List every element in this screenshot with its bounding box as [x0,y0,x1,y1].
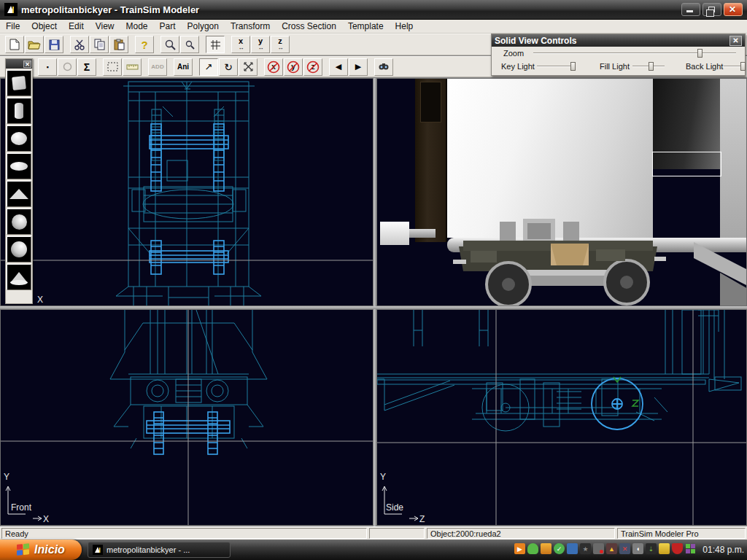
viewport-3d-solid[interactable] [376,78,747,306]
shape-faceted-sphere-button[interactable] [7,236,31,262]
picture-viewer-tray-icon[interactable] [541,543,551,554]
svc-close-button[interactable]: ✕ [729,36,742,46]
updates-tray-icon[interactable]: ⇣ [646,543,657,554]
device-error-tray-icon[interactable] [593,543,604,554]
zoom-in-button[interactable] [160,36,179,53]
shape-disc-button[interactable] [7,153,31,179]
close-button[interactable]: ✕ [724,3,743,16]
shape-box-button[interactable] [7,70,31,96]
antivirus-ok-tray-icon[interactable]: ✓ [554,543,565,554]
menu-bar: File Object Edit View Mode Part Polygon … [0,20,747,34]
axis-z-button[interactable]: z↔ [271,36,290,53]
messenger-tray-icon[interactable] [527,543,538,554]
solid-view-controls-panel: Solid View Controls ✕ Zoom Key Light Fil… [491,34,746,76]
menu-transform[interactable]: Transform [225,20,276,33]
taskbar-item-trainsim[interactable]: metropolitanbickyer - ... [88,542,231,558]
zoom-slider-label: Zoom [503,49,524,58]
lock-x-button[interactable]: x [264,58,283,76]
zoom-out-button[interactable] [180,36,199,53]
menu-help[interactable]: Help [390,20,419,33]
start-button[interactable]: Inicio [0,540,82,560]
add-button[interactable]: ADD [148,58,167,76]
axis-x-button[interactable]: x↔ [231,36,250,53]
menu-view[interactable]: View [90,20,120,33]
key-light-slider[interactable] [537,61,572,71]
sigma-tool-button[interactable]: Σ [77,58,96,76]
shape-cone-button[interactable] [7,264,31,290]
move-tool-button[interactable]: ↗ [199,58,218,76]
shape-pyramid-button[interactable] [7,181,31,207]
lock-y-button[interactable]: y [284,58,303,76]
cylinder-icon [15,103,23,119]
cut-button[interactable] [70,36,89,53]
status-spare [369,528,425,539]
viewport-splitter-vertical[interactable] [374,78,376,526]
copy-button[interactable] [90,36,109,53]
toolbox-close-button[interactable]: ✕ [23,61,31,68]
select-rect-button[interactable] [103,58,122,76]
help-button[interactable]: ? [135,36,154,53]
menu-polygon[interactable]: Polygon [182,20,225,33]
shape-geosphere-button[interactable] [7,209,31,235]
svc-titlebar[interactable]: Solid View Controls ✕ [492,34,745,47]
circle-tool-button[interactable] [58,58,77,76]
network-tray-icon[interactable] [567,543,578,554]
next-button[interactable]: ▶ [349,58,368,76]
shape-toolbox: ✕ [5,58,33,304]
fill-light-thumb[interactable] [649,62,654,71]
volume-tray-icon[interactable]: ◖ [632,543,643,554]
viewport-splitter-horizontal[interactable] [0,306,747,309]
shape-cylinder-button[interactable] [7,98,31,124]
viewport-top[interactable]: X [0,78,374,306]
menu-object[interactable]: Object [26,20,63,33]
minimize-button[interactable] [681,3,700,16]
prev-button[interactable]: ◀ [329,58,348,76]
toolbox-titlebar[interactable]: ✕ [6,59,32,69]
box-icon [12,76,26,90]
shape-sphere-button[interactable] [7,125,31,152]
viewport-side[interactable]: Y Side Z [376,309,747,526]
security-alert-tray-icon[interactable] [672,543,683,554]
restore-button[interactable] [703,3,721,16]
menu-edit[interactable]: Edit [63,20,90,33]
save-button[interactable] [44,36,63,53]
key-light-thumb[interactable] [570,62,576,71]
measure-button[interactable] [123,58,142,76]
menu-template[interactable]: Template [342,20,390,33]
folder-sync-tray-icon[interactable] [659,543,670,554]
zoom-slider-thumb[interactable] [697,49,703,58]
media-player-tray-icon[interactable]: ▶ [514,543,525,554]
geosphere-icon [12,214,27,230]
find-button[interactable] [374,58,393,76]
open-file-button[interactable] [25,36,44,53]
fill-light-slider[interactable] [632,61,665,71]
animation-button[interactable]: Ani [174,58,193,76]
point-tool-button[interactable]: ▪ [38,58,57,76]
faceted-sphere-icon [11,241,27,257]
network-warning-tray-icon[interactable]: ▲ [606,543,617,554]
viewport-front[interactable]: Y Front X [0,309,374,526]
grid-toggle-button[interactable] [206,36,225,53]
scale-tool-button[interactable] [239,58,258,76]
zoom-slider[interactable] [533,48,736,58]
status-ready: Ready [1,528,367,539]
widget-tray-icon[interactable]: ★ [580,543,591,554]
rotate-tool-button[interactable]: ↻ [219,58,238,76]
menu-mode[interactable]: Mode [120,20,154,33]
menu-part[interactable]: Part [154,20,182,33]
lock-z-button[interactable]: z [303,58,322,76]
network-disconnected-tray-icon[interactable]: ✕ [619,543,630,554]
color-grid-tray-icon[interactable] [685,543,696,554]
back-light-thumb[interactable] [740,62,746,71]
window-titlebar[interactable]: metropolitanbickyer - TrainSim Modeler ✕ [0,0,747,20]
back-light-slider[interactable] [724,61,743,71]
status-bar: Ready Object:2000:rueda2 TrainSim Modele… [0,526,747,540]
menu-file[interactable]: File [0,20,26,33]
paste-button[interactable] [109,36,128,53]
taskbar-clock: 01:48 p.m. [703,540,744,560]
menu-cross-section[interactable]: Cross Section [276,20,342,33]
axis-y-button[interactable]: y↔ [251,36,270,53]
app-icon-small [93,545,103,555]
key-light-label: Key Light [501,62,535,71]
new-file-button[interactable] [5,36,24,53]
